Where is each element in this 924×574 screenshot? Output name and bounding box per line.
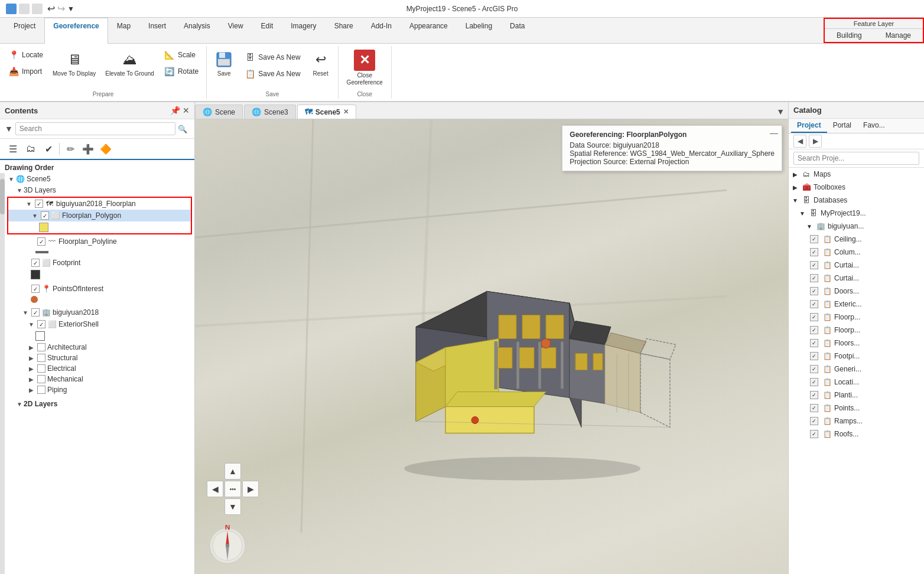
- tab-labeling[interactable]: Labeling: [457, 18, 501, 43]
- tree-footprint[interactable]: ✓ ⬜ Footprint: [5, 257, 194, 269]
- tree-architectural[interactable]: ▶ Architectural: [5, 342, 194, 353]
- tab-map[interactable]: Map: [108, 18, 139, 43]
- save-title-icon[interactable]: [32, 4, 43, 14]
- piping-checkbox[interactable]: [37, 386, 45, 394]
- scene-tabs-expand[interactable]: ▼: [773, 105, 788, 119]
- catalog-tab-favo[interactable]: Favo...: [857, 119, 891, 133]
- catalog-item-locati[interactable]: ✓ 📋 Locati...: [789, 376, 924, 389]
- catalog-search-input[interactable]: [793, 152, 919, 165]
- catalog-item-biguiyuan[interactable]: ▼ 🏢 biguiyuan...: [789, 220, 924, 233]
- catalog-item-floorp2[interactable]: ✓ 📋 Floorp...: [789, 324, 924, 337]
- catalog-item-floorp1[interactable]: ✓ 📋 Floorp...: [789, 311, 924, 324]
- catalog-item-roofs[interactable]: ✓ 📋 Roofs...: [789, 428, 924, 441]
- catalog-item-maps[interactable]: ▶ 🗂 Maps: [789, 168, 924, 181]
- floorplan-polygon-checkbox[interactable]: ✓: [41, 211, 49, 220]
- scale-button[interactable]: 📐 Scale: [160, 47, 203, 63]
- catalog-tab-project[interactable]: Project: [791, 119, 827, 133]
- close-contents-icon[interactable]: ✕: [183, 106, 190, 115]
- nav-more-btn[interactable]: •••: [225, 481, 241, 497]
- floorplan-polyline-checkbox[interactable]: ✓: [37, 237, 45, 246]
- nav-left-btn[interactable]: ◀: [207, 481, 223, 497]
- scroll-thumb[interactable]: [0, 179, 5, 214]
- electrical-checkbox[interactable]: [37, 364, 45, 373]
- architectural-checkbox[interactable]: [37, 343, 45, 351]
- tree-pointsofinterest[interactable]: ✓ 📍 PointsOfInterest: [5, 283, 194, 295]
- list-by-source-icon[interactable]: 🗂: [22, 141, 39, 157]
- catalog-item-footpi[interactable]: ✓ 📋 Footpi...: [789, 350, 924, 363]
- save-as-new-button[interactable]: 📋 Save As New: [240, 66, 304, 81]
- filter-icon[interactable]: ▼: [5, 124, 13, 133]
- catalog-item-toolboxes[interactable]: ▶ 🧰 Toolboxes: [789, 181, 924, 194]
- tree-2d-layers[interactable]: ▼ 2D Layers: [5, 399, 194, 409]
- tab-analysis[interactable]: Analysis: [175, 18, 219, 43]
- tree-floorplan-polyline[interactable]: ✓ 〰 Floorplan_Polyline: [5, 236, 194, 247]
- info-box-close-icon[interactable]: —: [770, 128, 778, 138]
- nav-down-btn[interactable]: ▼: [225, 498, 241, 515]
- catalog-forward-btn[interactable]: ▶: [809, 135, 822, 148]
- scene-tab-scene[interactable]: 🌐 Scene: [195, 105, 243, 119]
- nav-right-btn[interactable]: ▶: [242, 481, 259, 497]
- catalog-item-floors[interactable]: ✓ 📋 Floors...: [789, 337, 924, 350]
- biguiyuan2018-checkbox[interactable]: ✓: [31, 308, 40, 317]
- undo-title-btn[interactable]: ↩: [47, 3, 55, 14]
- scroll-track[interactable]: [0, 173, 5, 574]
- list-by-selection-icon[interactable]: ✔: [40, 141, 57, 157]
- rotate-button[interactable]: 🔄 Rotate: [160, 64, 203, 79]
- tree-biguiyuan2018[interactable]: ▼ ✓ 🏢 biguiyuan2018: [5, 306, 194, 318]
- list-by-drawing-order-icon[interactable]: ☰: [5, 141, 21, 157]
- poi-checkbox[interactable]: ✓: [31, 285, 40, 293]
- biguiyuan-floorplan-checkbox[interactable]: ✓: [35, 200, 43, 208]
- open-icon[interactable]: [19, 4, 30, 14]
- import-button[interactable]: 📥 Import: [4, 64, 47, 79]
- search-icon[interactable]: 🔍: [175, 122, 190, 136]
- tab-data[interactable]: Data: [501, 18, 533, 43]
- tab-building[interactable]: Building: [825, 29, 874, 42]
- snapping-icon[interactable]: 🔶: [97, 141, 114, 157]
- add-data-icon[interactable]: ➕: [80, 141, 96, 157]
- mechanical-checkbox[interactable]: [37, 375, 45, 383]
- tab-georeference[interactable]: Georeference: [44, 18, 108, 44]
- search-input[interactable]: [15, 122, 175, 135]
- tree-piping[interactable]: ▶ Piping: [5, 384, 194, 395]
- catalog-item-curtain2[interactable]: ✓ 📋 Curtai...: [789, 272, 924, 285]
- dropdown-title-btn[interactable]: ▼: [67, 5, 74, 13]
- tab-project[interactable]: Project: [5, 18, 44, 43]
- pin-icon[interactable]: 📌: [170, 106, 180, 115]
- catalog-item-points[interactable]: ✓ 📋 Points...: [789, 402, 924, 415]
- catalog-item-generi[interactable]: ✓ 📋 Generi...: [789, 363, 924, 376]
- scene-viewport[interactable]: Georeferencing: FloorplanPolygon Data So…: [195, 119, 788, 574]
- tab-share[interactable]: Share: [326, 18, 362, 43]
- scene-tab-scene3[interactable]: 🌐 Scene3: [244, 105, 296, 119]
- tree-scene5[interactable]: ▼ 🌐 Scene5: [5, 173, 194, 185]
- tree-electrical[interactable]: ▶ Electrical: [5, 363, 194, 374]
- footprint-checkbox[interactable]: ✓: [31, 259, 40, 267]
- locate-button[interactable]: 📍 Locate: [4, 47, 47, 63]
- catalog-item-doors[interactable]: ✓ 📋 Doors...: [789, 285, 924, 298]
- move-to-display-button[interactable]: 🖥 Move To Display: [48, 47, 100, 89]
- tree-3d-layers[interactable]: ▼ 3D Layers: [5, 185, 194, 195]
- compass[interactable]: N: [207, 525, 248, 568]
- catalog-item-databases[interactable]: ▼ 🗄 Databases: [789, 194, 924, 207]
- tree-biguiyuan-floorplan[interactable]: ▼ ✓ 🗺 biguiyuan2018_Floorplan: [8, 198, 191, 210]
- catalog-item-planti[interactable]: ✓ 📋 Planti...: [789, 389, 924, 402]
- tree-floorplan-polygon[interactable]: ▼ ✓ ⬜ Floorplan_Polygon: [8, 210, 191, 221]
- catalog-tab-portal[interactable]: Portal: [827, 119, 857, 133]
- tab-imagery[interactable]: Imagery: [282, 18, 325, 43]
- catalog-item-myproject19[interactable]: ▼ 🗄 MyProject19...: [789, 207, 924, 220]
- draw-order-icon[interactable]: ✏: [62, 141, 79, 157]
- tab-edit[interactable]: Edit: [252, 18, 282, 43]
- catalog-item-ramps[interactable]: ✓ 📋 Ramps...: [789, 415, 924, 428]
- scene-tab-scene5[interactable]: 🗺 Scene5 ✕: [297, 105, 356, 119]
- catalog-item-ceiling[interactable]: ✓ 📋 Ceiling...: [789, 233, 924, 246]
- tab-view[interactable]: View: [219, 18, 252, 43]
- tree-exteriorshell[interactable]: ▼ ✓ ⬜ ExteriorShell: [5, 318, 194, 330]
- structural-checkbox[interactable]: [37, 354, 45, 362]
- new-icon[interactable]: [6, 4, 17, 14]
- scene5-tab-close[interactable]: ✕: [343, 108, 349, 116]
- catalog-back-btn[interactable]: ◀: [793, 135, 806, 148]
- exteriorshell-checkbox[interactable]: ✓: [37, 320, 45, 328]
- catalog-item-column[interactable]: ✓ 📋 Colum...: [789, 246, 924, 259]
- save-button[interactable]: Save: [210, 47, 237, 80]
- reset-button[interactable]: ↩ Reset: [307, 47, 334, 80]
- catalog-item-exterior[interactable]: ✓ 📋 Exteric...: [789, 298, 924, 311]
